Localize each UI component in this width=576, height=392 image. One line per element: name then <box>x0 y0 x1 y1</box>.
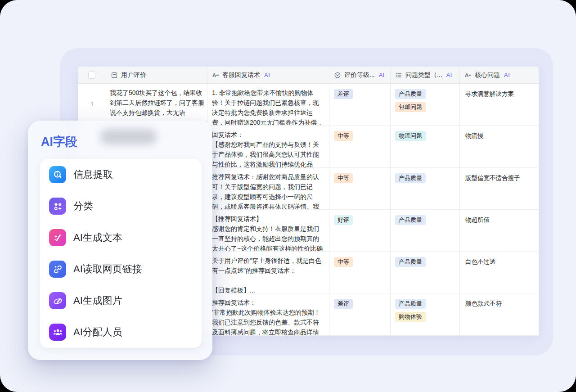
level-cell[interactable]: 差评 <box>329 84 391 125</box>
core-cell[interactable]: 版型偏宽不适合瘦子 <box>460 168 539 209</box>
ai-image-icon <box>49 292 66 309</box>
level-tag: 差评 <box>334 299 353 309</box>
type-tag: 产品质量 <box>395 215 426 225</box>
level-tag: 中等 <box>334 257 353 267</box>
panel-item-label: AI生成文本 <box>73 231 122 244</box>
panel-title: AI字段 <box>41 134 77 150</box>
column-header[interactable]: 用户评价 <box>106 67 207 83</box>
reply-cell[interactable]: 回复话术： 【感谢您对我司产品的支持与反馈！关于产品体验，我们很高兴您认可其性能… <box>207 126 329 167</box>
select-all-cell <box>78 67 106 83</box>
ai-weblink-icon <box>49 261 66 278</box>
grid-header-row: 用户评价A客服回复话术AI评价等级...AI问题类型（...AIA核心问题AI <box>78 67 539 84</box>
reply-cell[interactable]: 关于用户评价"穿上身很舒适，就是白色有一点点透"的推荐回复话术： 【回复模板】.… <box>207 252 329 293</box>
types-cell[interactable]: 产品质量包邮问题 <box>391 84 460 125</box>
tag-row: 购物体验 <box>395 311 455 322</box>
ai-text-field-icon: A <box>464 72 472 79</box>
types-cell[interactable]: 产品质量 <box>391 168 460 209</box>
column-header[interactable]: 问题类型（...AI <box>391 67 460 83</box>
level-cell[interactable]: 好评 <box>329 210 391 251</box>
type-tag: 物流问题 <box>395 131 426 141</box>
column-label: 问题类型（... <box>405 71 442 79</box>
info-extract-icon <box>49 166 66 183</box>
core-cell[interactable]: 物超所值 <box>460 210 539 251</box>
level-tag: 中等 <box>334 131 353 141</box>
column-label: 客服回复话术 <box>222 71 260 79</box>
types-cell[interactable]: 产品质量购物体验 <box>391 293 460 335</box>
panel-item-4[interactable]: AI读取网页链接 <box>40 253 202 285</box>
level-tag: 好评 <box>334 215 353 225</box>
svg-text:A: A <box>465 72 468 78</box>
type-tag: 包邮问题 <box>395 102 426 112</box>
select-all-checkbox[interactable] <box>88 72 95 79</box>
panel-item-label: AI分配人员 <box>73 325 122 339</box>
single-select-icon <box>334 72 341 79</box>
column-label: 用户评价 <box>121 71 146 79</box>
level-cell[interactable]: 中等 <box>329 252 391 293</box>
row-number: 1 <box>78 84 106 125</box>
review-cell[interactable]: 我花了500块买了这个包，结果收到第二天居然拉链坏了，问了客服说不支持包邮换货，… <box>106 84 207 125</box>
reply-cell[interactable]: 推荐回复话术：感谢您对商品质量的认可！关于版型偏宽的问题，我们已记录，建议瘦型顾… <box>207 168 329 209</box>
reply-cell[interactable]: 1. 非常抱歉给您带来不愉快的购物体验！关于拉链问题我们已紧急核查，现决定特批为… <box>207 84 329 125</box>
ai-text-field-icon: A <box>212 72 219 79</box>
tag-row: 产品质量 <box>395 89 455 99</box>
tag-row: 包邮问题 <box>395 102 455 112</box>
app-page: 用户评价A客服回复话术AI评价等级...AI问题类型（...AIA核心问题AI … <box>0 0 576 392</box>
column-label: 评价等级... <box>344 71 375 79</box>
panel-item-1[interactable]: 信息提取 <box>40 159 202 190</box>
text-field-icon <box>111 72 118 79</box>
core-cell[interactable]: 寻求满意解决方案 <box>460 84 539 125</box>
types-cell[interactable]: 产品质量 <box>391 210 460 251</box>
ai-assign-icon <box>49 324 66 341</box>
core-cell[interactable]: 颜色款式不符 <box>460 293 539 335</box>
level-cell[interactable]: 中等 <box>329 168 391 209</box>
level-cell[interactable]: 差评 <box>329 293 391 335</box>
reply-cell[interactable]: 推荐回复话术： '非常抱歉此次购物体验未达您的预期！我们已注意到您反馈的色差、款… <box>207 293 329 335</box>
panel-item-label: AI生成图片 <box>73 294 122 307</box>
type-tag: 购物体验 <box>395 312 426 322</box>
type-tag: 产品质量 <box>395 257 426 267</box>
tag-row: 物流问题 <box>395 131 455 141</box>
ai-badge: AI <box>446 72 452 78</box>
type-tag: 产品质量 <box>395 299 426 309</box>
level-cell[interactable]: 中等 <box>329 126 391 167</box>
ai-badge: AI <box>504 72 510 78</box>
svg-text:A: A <box>212 72 216 78</box>
multi-select-icon <box>395 72 402 79</box>
level-tag: 中等 <box>334 173 353 183</box>
column-label: 核心问题 <box>475 71 500 79</box>
types-cell[interactable]: 物流问题 <box>391 126 460 167</box>
blurred-background-content <box>100 129 157 144</box>
level-tag: 差评 <box>334 89 353 99</box>
table-row: 1我花了500块买了这个包，结果收到第二天居然拉链坏了，问了客服说不支持包邮换货… <box>78 84 539 126</box>
column-header[interactable]: A客服回复话术AI <box>207 67 329 83</box>
panel-item-2[interactable]: 分类 <box>40 190 202 222</box>
column-header[interactable]: A核心问题AI <box>460 67 539 83</box>
ai-badge: AI <box>264 72 270 78</box>
panel-item-label: 分类 <box>73 199 93 213</box>
column-header[interactable]: 评价等级...AI <box>329 67 391 83</box>
ai-fields-list: 信息提取分类AI生成文本AI读取网页链接AI生成图片AI分配人员 <box>40 159 202 348</box>
core-cell[interactable]: 白色不过透 <box>460 252 539 293</box>
reply-cell[interactable]: 【推荐回复话术】 感谢您的肯定和支持！衣服质量是我们一直坚持的核心，能超出您的预… <box>207 210 329 251</box>
classify-icon <box>49 198 66 215</box>
ai-badge: AI <box>379 72 385 78</box>
type-tag: 产品质量 <box>395 89 426 99</box>
tag-row: 产品质量 <box>395 257 455 267</box>
panel-item-6[interactable]: AI分配人员 <box>40 316 202 348</box>
core-cell[interactable]: 物流慢 <box>460 126 539 167</box>
tag-row: 产品质量 <box>395 298 455 309</box>
panel-item-3[interactable]: AI生成文本 <box>40 222 202 253</box>
panel-item-label: 信息提取 <box>73 168 113 181</box>
panel-item-label: AI读取网页链接 <box>73 262 142 276</box>
tag-row: 产品质量 <box>395 215 455 225</box>
tag-row: 产品质量 <box>395 173 455 183</box>
ai-fields-panel: AI字段 信息提取分类AI生成文本AI读取网页链接AI生成图片AI分配人员 <box>28 121 212 360</box>
ai-text-icon <box>49 229 66 246</box>
types-cell[interactable]: 产品质量 <box>391 252 460 293</box>
type-tag: 产品质量 <box>395 173 426 183</box>
panel-item-5[interactable]: AI生成图片 <box>40 285 202 316</box>
